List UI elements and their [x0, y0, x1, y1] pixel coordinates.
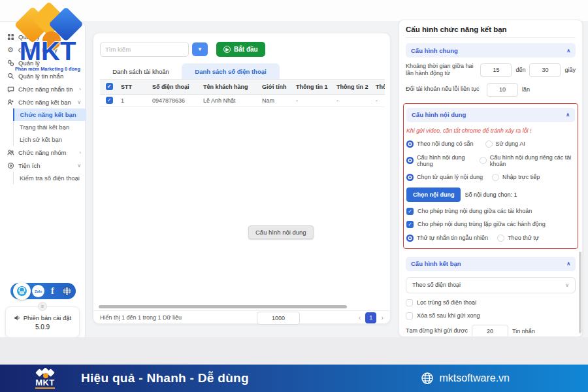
switch-account-label: Đổi tài khoản nếu lỗi liên tục — [406, 86, 483, 93]
radio-unselected-icon — [480, 157, 487, 164]
section-label: Cấu hình chung — [411, 47, 458, 54]
top-strip — [0, 0, 588, 21]
search-input[interactable] — [100, 42, 189, 57]
pagination: ‹ 1 › — [359, 312, 384, 323]
choose-content-row: Chọn nội dung Số nội dung chọn: 1 — [406, 188, 575, 202]
config-panel: Cấu hình chức năng kết bạn Cấu hình chun… — [399, 20, 583, 337]
start-button-label: Bắt đầu — [234, 46, 258, 53]
radio-label: Thứ tự nhắn tin ngẫu nhiên — [417, 235, 488, 241]
content-config-chip[interactable]: Cấu hình nội dung — [248, 225, 314, 239]
switch-account-input[interactable] — [487, 83, 518, 97]
check-xoa-so[interactable]: Xóa số sau khi gửi xong — [406, 312, 576, 319]
content-config-highlight-box: Cấu hình nội dung ∧ Khi gửi video, cần t… — [403, 103, 578, 249]
page-1-button[interactable]: 1 — [365, 312, 376, 323]
vertical-scrollbar[interactable] — [579, 252, 581, 333]
choose-content-button[interactable]: Chọn nội dung — [406, 188, 461, 202]
version-card-handle[interactable]: ≡ — [38, 302, 47, 311]
radio-label: Theo thứ tự — [508, 235, 539, 241]
sidebar-item-tien-ich[interactable]: Tiện ích ∨ — [0, 159, 85, 172]
interval-to-input[interactable] — [529, 63, 561, 77]
radio-cau-hinh-noi-dung-rieng[interactable]: Cấu hình nội dung riêng các tài khoản — [480, 154, 575, 167]
radio-cau-hinh-noi-dung-chung[interactable]: Cấu hình nội dung chung — [406, 154, 473, 167]
order-radio-group: Thứ tự nhắn tin ngẫu nhiên Theo thứ tự — [406, 235, 575, 242]
sidebar-item-chuc-nang-nhom[interactable]: Chức năng nhóm › — [0, 146, 85, 159]
support-chat-icon[interactable] — [13, 282, 31, 300]
pause-count-input[interactable] — [472, 325, 508, 338]
sidebar-item-chuc-nang-ket-ban[interactable]: Chức năng kết bạn ∨ — [0, 95, 85, 108]
content-source-radio-group: Theo nội dung có sẵn Sử dụng AI — [406, 140, 575, 148]
facebook-icon[interactable]: f — [46, 285, 59, 298]
radio-theo-noi-dung-co-san[interactable]: Theo nội dung có sẵn — [406, 140, 474, 148]
tab-danh-sach-so-dien-thoai[interactable]: Danh sách số điện thoại — [182, 63, 280, 79]
checkbox-checked-icon: ✓ — [406, 208, 414, 215]
tab-label: Danh sách số điện thoại — [195, 68, 266, 75]
footer-website[interactable]: mktsoftware.vn — [421, 372, 510, 385]
tab-label: Danh sách tài khoản — [112, 68, 169, 75]
sidebar-subitem-trang-thai-ket-ban[interactable]: Trạng thái kết bạn — [14, 121, 85, 133]
cell-so-dien-thoai: 0947878636 — [150, 94, 201, 106]
zalo-icon[interactable]: Zalo — [32, 285, 45, 298]
check-trung-noi-dung[interactable]: ✓ Cho phép trùng nội dung giữa các tài k… — [406, 208, 575, 215]
collapse-icon: ∧ — [566, 261, 570, 267]
select-value: Theo số điện thoại — [412, 282, 461, 288]
table-header-row: ✓ STT Số điện thoại Tên khách hàng Giới … — [100, 80, 385, 94]
sidebar-item-chuc-nang-nhan-tin[interactable]: Chức năng nhắn tin › — [0, 82, 85, 95]
start-button[interactable]: ▶ Bắt đầu — [216, 42, 265, 57]
video-warning-text: Khi gửi video, cần tắt chrome để tránh x… — [406, 127, 575, 134]
radio-label: Cấu hình nội dung riêng các tài khoản — [490, 154, 575, 167]
radio-chon-tu-quan-ly-noi-dung[interactable]: Chọn từ quản lý nội dung — [406, 174, 483, 181]
checkbox-checked-icon: ✓ — [406, 221, 414, 228]
cell-thong-tin-1: - — [293, 94, 334, 106]
check-loc-trung[interactable]: Lọc trùng số điện thoại — [406, 299, 576, 306]
radio-label: Sử dụng AI — [496, 140, 525, 147]
collapse-icon: ∧ — [566, 112, 570, 118]
horizontal-scrollbar[interactable] — [99, 305, 347, 308]
cell-ten-khach-hang: Lê Anh Nhật — [201, 94, 259, 106]
button-label: Chọn nội dung — [413, 191, 454, 198]
chevron-down-icon: ∨ — [565, 282, 569, 288]
col-thong-tin-1: Thông tin 1 — [293, 80, 334, 94]
prev-page-button[interactable]: ‹ — [359, 314, 361, 321]
chevron-down-icon: ▼ — [197, 46, 203, 52]
radio-ngau-nhien[interactable]: Thứ tự nhắn tin ngẫu nhiên — [406, 235, 488, 242]
section-cau-hinh-ket-ban[interactable]: Cấu hình kết bạn ∧ — [406, 257, 576, 271]
sidebar-subitem-lich-su-ket-ban[interactable]: Lịch sử kết bạn — [14, 133, 85, 146]
globe-icon[interactable] — [60, 285, 73, 298]
user-add-icon — [7, 98, 14, 106]
section-cau-hinh-noi-dung[interactable]: Cấu hình nội dung ∧ — [406, 108, 575, 122]
interval-mid-label: đến — [515, 67, 525, 73]
radio-unselected-icon — [497, 235, 504, 242]
check-trung-lap-hanh-dong[interactable]: ✓ Cho phép nội dung trùng lặp giữa các h… — [406, 221, 575, 228]
row-checkbox[interactable]: ✓ — [106, 97, 113, 104]
search-dropdown-button[interactable]: ▼ — [192, 42, 208, 56]
radio-label: Nhập trực tiếp — [502, 174, 540, 180]
interval-from-input[interactable] — [480, 63, 512, 77]
sidebar-submenu-ket-ban: Chức năng kết bạn Trạng thái kết bạn Lịc… — [13, 108, 85, 146]
page-size-input[interactable] — [257, 312, 300, 325]
next-page-button[interactable]: › — [381, 314, 384, 321]
sidebar-subitem-kiem-tra-so-dien-thoai[interactable]: Kiểm tra số điện thoại — [14, 172, 85, 184]
radio-theo-thu-tu[interactable]: Theo thứ tự — [497, 235, 539, 242]
table-row[interactable]: ✓ 1 0947878636 Lê Anh Nhật Nam - - - - — [100, 94, 385, 106]
sidebar-item-label: Chức năng kết bạn — [18, 99, 73, 106]
switch-account-row: Đổi tài khoản nếu lỗi liên tục lần — [406, 83, 576, 97]
main-panel: ▼ ▶ Bắt đầu Danh sách tài khoản Danh sác… — [93, 33, 391, 324]
radio-su-dung-ai[interactable]: Sử dụng AI — [485, 140, 525, 148]
mkt-logo: MKT Phần mềm Marketing 0 đồng — [10, 0, 85, 77]
tab-danh-sach-tai-khoan[interactable]: Danh sách tài khoản — [100, 63, 182, 79]
friend-mode-select[interactable]: Theo số điện thoại ∨ — [406, 277, 576, 293]
chip-label: Cấu hình nội dung — [255, 229, 306, 236]
chat-icon — [7, 85, 14, 93]
sidebar-subitem-chuc-nang-ket-ban[interactable]: Chức năng kết bạn — [13, 108, 86, 121]
utility-icon — [7, 161, 14, 169]
cell-stt: 1 — [118, 94, 150, 106]
checkbox-unchecked-icon — [406, 299, 413, 306]
chevron-down-icon: ∨ — [77, 99, 81, 105]
col-so-dien-thoai: Số điện thoại — [150, 80, 201, 94]
phone-table-wrap: ✓ STT Số điện thoại Tên khách hàng Giới … — [100, 79, 385, 107]
section-cau-hinh-chung[interactable]: Cấu hình chung ∧ — [406, 43, 576, 57]
radio-label: Cấu hình nội dung chung — [417, 154, 473, 167]
interval-row: Khoảng thời gian giữa hai lần hành động … — [406, 63, 576, 78]
select-all-checkbox[interactable]: ✓ — [106, 83, 113, 90]
radio-nhap-truc-tiep[interactable]: Nhập trực tiếp — [492, 174, 540, 181]
